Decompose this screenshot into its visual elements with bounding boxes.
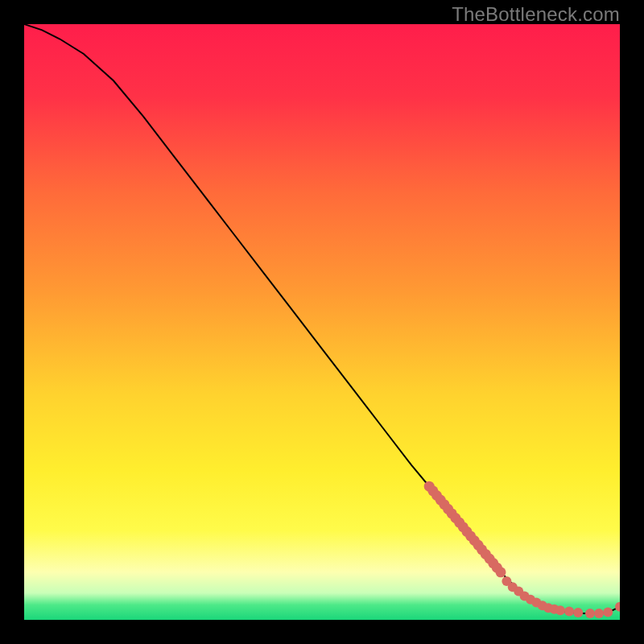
data-point [555,605,565,615]
gradient-background [24,24,620,620]
data-point [564,607,574,617]
chart-root: TheBottleneck.com [0,0,644,644]
data-point [603,607,613,617]
data-point [594,609,604,618]
data-point [573,608,583,617]
data-point [496,567,506,577]
plot-area [24,24,620,620]
data-point [585,609,595,618]
watermark-text: TheBottleneck.com [452,3,620,26]
chart-svg [24,24,620,620]
